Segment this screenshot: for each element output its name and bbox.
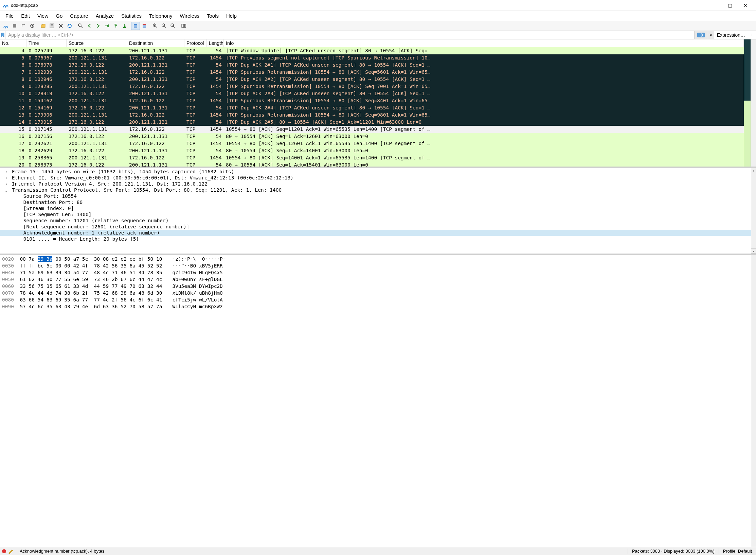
packet-minimap[interactable]: ▴ ▾ bbox=[744, 39, 756, 167]
hex-row[interactable]: 0040 71 5a 69 63 39 34 54 77 48 4c 71 46… bbox=[2, 269, 754, 276]
restart-capture-icon[interactable] bbox=[19, 22, 28, 30]
hex-row[interactable]: 0020 00 7a 29 3a 00 50 a7 5c 30 08 e2 e2… bbox=[2, 256, 754, 262]
resize-columns-icon[interactable] bbox=[179, 22, 188, 30]
detail-row[interactable]: Sequence number: 11201 (relative sequenc… bbox=[0, 218, 756, 224]
menu-view[interactable]: View bbox=[34, 12, 52, 20]
menu-help[interactable]: Help bbox=[223, 12, 240, 20]
column-header-info[interactable]: Info bbox=[224, 39, 744, 47]
display-filter-input[interactable] bbox=[5, 31, 694, 39]
detail-row[interactable]: [TCP Segment Len: 1400] bbox=[0, 211, 756, 218]
minimize-button[interactable]: — bbox=[706, 0, 722, 11]
go-to-packet-icon[interactable] bbox=[103, 22, 111, 30]
column-header-proto[interactable]: Protocol bbox=[184, 39, 207, 47]
column-header-no[interactable]: No. bbox=[0, 39, 26, 47]
go-first-icon[interactable] bbox=[111, 22, 120, 30]
add-filter-button[interactable]: + bbox=[748, 31, 756, 39]
detail-row[interactable]: › Internet Protocol Version 4, Src: 200.… bbox=[0, 181, 756, 187]
menu-wireless[interactable]: Wireless bbox=[176, 12, 203, 20]
open-file-icon[interactable] bbox=[39, 22, 48, 30]
auto-scroll-icon[interactable] bbox=[131, 22, 140, 30]
packet-row[interactable]: 200.258373172.16.0.122200.121.1.131TCP54… bbox=[0, 161, 744, 167]
find-icon[interactable] bbox=[76, 22, 85, 30]
packet-list[interactable]: No. Time Source Destination Protocol Len… bbox=[0, 39, 744, 167]
menu-statistics[interactable]: Statistics bbox=[118, 12, 145, 20]
packet-row[interactable]: 90.128285200.121.1.131172.16.0.122TCP145… bbox=[0, 83, 744, 90]
detail-row[interactable]: › Ethernet II, Src: Vmware_c0:00:01 (00:… bbox=[0, 175, 756, 181]
packet-row[interactable]: 170.232621200.121.1.131172.16.0.122TCP14… bbox=[0, 140, 744, 147]
detail-row[interactable]: Source Port: 10554 bbox=[0, 193, 756, 199]
hex-row[interactable]: 0070 78 4c 44 4d 74 38 6b 2f 75 42 68 38… bbox=[2, 290, 754, 296]
menu-analyze[interactable]: Analyze bbox=[92, 12, 117, 20]
detail-row[interactable]: › Frame 15: 1454 bytes on wire (11632 bi… bbox=[0, 169, 756, 175]
details-scrollbar[interactable]: ▴ ▾ bbox=[751, 168, 756, 254]
column-header-dest[interactable]: Destination bbox=[127, 39, 184, 47]
hex-row[interactable]: 0090 57 4c 6c 35 63 43 79 4e 6d 63 36 52… bbox=[2, 303, 754, 310]
menu-telephony[interactable]: Telephony bbox=[146, 12, 176, 20]
column-header-length[interactable]: Length bbox=[207, 39, 224, 47]
filter-history-dropdown[interactable]: ▾ bbox=[708, 31, 714, 39]
detail-row[interactable]: Acknowledgment number: 1 (relative ack n… bbox=[0, 230, 756, 236]
menu-file[interactable]: File bbox=[2, 12, 17, 20]
colorize-icon[interactable] bbox=[140, 22, 149, 30]
packet-row[interactable]: 160.207156172.16.0.122200.121.1.131TCP54… bbox=[0, 133, 744, 140]
zoom-reset-icon[interactable]: 1 bbox=[168, 22, 177, 30]
go-last-icon[interactable] bbox=[120, 22, 129, 30]
detail-row[interactable]: [Stream index: 0] bbox=[0, 205, 756, 211]
packet-row[interactable]: 140.179915172.16.0.122200.121.1.131TCP54… bbox=[0, 119, 744, 126]
packet-row[interactable]: 80.102946172.16.0.122200.121.1.131TCP54[… bbox=[0, 76, 744, 83]
close-button[interactable]: ✕ bbox=[738, 0, 753, 11]
hex-row[interactable]: 0050 61 62 46 30 77 55 6e 59 73 46 2b 67… bbox=[2, 276, 754, 283]
packet-bytes-pane[interactable]: 0020 00 7a 29 3a 00 50 a7 5c 30 08 e2 e2… bbox=[0, 255, 756, 547]
status-profile[interactable]: Profile: Default bbox=[719, 549, 756, 554]
expression-button[interactable]: Expression… bbox=[714, 31, 748, 39]
save-file-icon[interactable] bbox=[48, 22, 56, 30]
hex-scrollbar[interactable] bbox=[751, 255, 756, 547]
menu-tools[interactable]: Tools bbox=[203, 12, 222, 20]
menu-edit[interactable]: Edit bbox=[18, 12, 33, 20]
expand-toggle-icon[interactable]: ⌄ bbox=[5, 187, 9, 193]
packet-row[interactable]: 100.128319172.16.0.122200.121.1.131TCP54… bbox=[0, 90, 744, 97]
zoom-out-icon[interactable] bbox=[160, 22, 168, 30]
zoom-in-icon[interactable] bbox=[151, 22, 160, 30]
packet-row[interactable]: 190.258365200.121.1.131172.16.0.122TCP14… bbox=[0, 154, 744, 161]
detail-row[interactable]: [Next sequence number: 12601 (relative s… bbox=[0, 224, 756, 230]
go-forward-icon[interactable] bbox=[94, 22, 103, 30]
packet-row[interactable]: 70.102939200.121.1.131172.16.0.122TCP145… bbox=[0, 69, 744, 76]
packet-row[interactable]: 110.154162200.121.1.131172.16.0.122TCP14… bbox=[0, 97, 744, 104]
scroll-up-icon[interactable]: ▴ bbox=[751, 168, 756, 173]
menu-go[interactable]: Go bbox=[52, 12, 66, 20]
column-header-time[interactable]: Time bbox=[26, 39, 67, 47]
close-file-icon[interactable] bbox=[56, 22, 65, 30]
go-back-icon[interactable] bbox=[85, 22, 94, 30]
detail-row[interactable]: ⌄ Transmission Control Protocol, Src Por… bbox=[0, 187, 756, 193]
hex-row[interactable]: 0080 63 66 54 63 69 35 6a 77 77 4c 2f 56… bbox=[2, 296, 754, 303]
stop-capture-icon[interactable] bbox=[10, 22, 19, 30]
expert-info-led-icon[interactable] bbox=[2, 549, 6, 553]
packet-row[interactable]: 150.207145200.121.1.131172.16.0.122TCP14… bbox=[0, 126, 744, 133]
expand-toggle-icon[interactable]: › bbox=[5, 169, 9, 174]
expand-toggle-icon[interactable]: › bbox=[5, 175, 9, 180]
detail-row[interactable]: 0101 .... = Header Length: 20 bytes (5) bbox=[0, 236, 756, 242]
apply-filter-button[interactable] bbox=[694, 31, 708, 39]
packet-row[interactable]: 40.025749172.16.0.122200.121.1.131TCP54[… bbox=[0, 47, 744, 54]
start-capture-icon[interactable] bbox=[1, 22, 10, 30]
maximize-button[interactable]: ▢ bbox=[722, 0, 738, 11]
packet-row[interactable]: 60.076978172.16.0.122200.121.1.131TCP54[… bbox=[0, 62, 744, 69]
packet-row[interactable]: 50.076967200.121.1.131172.16.0.122TCP145… bbox=[0, 54, 744, 62]
packet-details-pane[interactable]: › Frame 15: 1454 bytes on wire (11632 bi… bbox=[0, 168, 756, 255]
capture-options-icon[interactable] bbox=[28, 22, 37, 30]
menu-capture[interactable]: Capture bbox=[67, 12, 91, 20]
scroll-down-icon[interactable]: ▾ bbox=[751, 161, 756, 167]
expand-toggle-icon[interactable]: › bbox=[5, 181, 9, 187]
hex-row[interactable]: 0030 ff ff bc 5e 00 00 42 4f 78 42 56 35… bbox=[2, 262, 754, 269]
edit-capture-comment-icon[interactable] bbox=[8, 548, 14, 554]
packet-row[interactable]: 180.232629172.16.0.122200.121.1.131TCP54… bbox=[0, 147, 744, 154]
scroll-up-icon[interactable]: ▴ bbox=[751, 39, 756, 45]
packet-row[interactable]: 130.179906200.121.1.131172.16.0.122TCP14… bbox=[0, 111, 744, 119]
hex-row[interactable]: 0060 33 56 75 35 65 61 33 4d 44 59 77 49… bbox=[2, 283, 754, 290]
column-header-source[interactable]: Source bbox=[67, 39, 127, 47]
reload-icon[interactable] bbox=[65, 22, 74, 30]
filter-bookmark-icon[interactable] bbox=[0, 31, 5, 39]
scroll-down-icon[interactable]: ▾ bbox=[751, 248, 756, 254]
packet-row[interactable]: 120.154169172.16.0.122200.121.1.131TCP54… bbox=[0, 104, 744, 111]
